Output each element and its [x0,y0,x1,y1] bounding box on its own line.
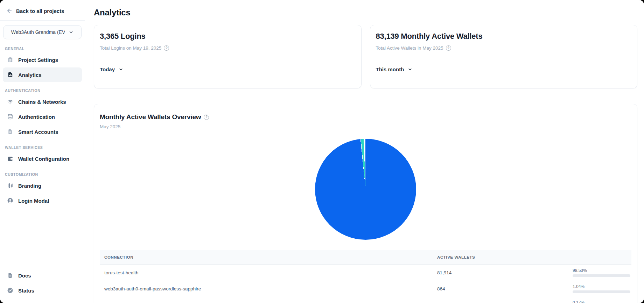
section-label-authentication: AUTHENTICATION [5,88,85,93]
mau-pie-chart[interactable] [315,139,416,240]
sidebar-footer: Docs Status [0,264,85,303]
share-percent-label: 98.53% [573,268,631,273]
sidebar-item-label: Login Modal [18,198,49,204]
logins-range-dropdown[interactable]: Today [100,66,123,72]
check-circle-icon [7,287,14,294]
nav-wallet-services: Wallet Configuration [0,151,85,166]
table-row[interactable]: web3auth-auth0-email-passwordless-sapphi… [100,281,631,297]
section-label-wallet-services: WALLET SERVICES [5,145,85,150]
overview-title: Monthly Active Wallets Overview [100,113,201,121]
help-circle-icon[interactable]: ? [164,45,169,51]
back-to-projects-label: Back to all projects [16,8,64,14]
bar-chart-icon [7,71,14,78]
logins-stat-card: 3,365 Logins Total Logins on May 19, 202… [94,25,362,88]
share-percent-label: 0.17% [573,300,631,303]
database-icon [7,113,14,120]
help-circle-icon[interactable]: ? [446,45,451,51]
sidebar-item-smart-accounts[interactable]: Smart Accounts [3,124,82,139]
sidebar-item-label: Branding [18,183,41,189]
clipboard-icon [7,56,14,63]
share-percent-label: 1.04% [573,284,631,289]
maw-stat-value: 83,139 Monthly Active Wallets [376,32,632,41]
wallet-icon [7,155,14,162]
app-window: Back to all projects Web3Auth Grandma (E… [0,0,644,303]
sidebar-item-label: Wallet Configuration [18,156,69,162]
sidebar-item-label: Status [18,288,34,294]
logins-stat-value: 3,365 Logins [100,32,356,41]
sidebar-item-analytics[interactable]: Analytics [3,67,82,82]
chevron-down-icon [69,30,74,35]
overview-period: May 2025 [100,124,631,129]
share-progress-bar [573,290,630,293]
project-selector-value: Web3Auth Grandma (EV [11,29,65,35]
sidebar-divider [0,20,85,21]
maw-range-label: This month [376,66,404,72]
sidebar-item-authentication[interactable]: Authentication [3,109,82,124]
sidebar-item-chains-networks[interactable]: Chains & Networks [3,94,82,109]
column-header-active-wallets: ACTIVE WALLETS [437,255,573,259]
main-content: Analytics 3,365 Logins Total Logins on M… [85,0,644,303]
sidebar-item-login-modal[interactable]: Login Modal [3,193,82,208]
stat-cards-row: 3,365 Logins Total Logins on May 19, 202… [94,25,637,88]
doc-icon [7,272,14,279]
maw-stat-subtitle: Total Active Wallets in May 2025 [376,45,443,51]
page-title: Analytics [94,8,637,17]
share-progress-bar [573,274,630,277]
nav-customization: Branding Login Modal [0,178,85,208]
sidebar-item-status[interactable]: Status [3,283,82,298]
active-wallets-value: 864 [437,286,573,291]
sidebar-item-label: Project Settings [18,57,58,63]
stat-card-divider [376,56,632,56]
table-row[interactable]: web3auth-google-sapphire 145 0.17% [100,297,631,303]
sidebar-item-wallet-configuration[interactable]: Wallet Configuration [3,151,82,166]
help-circle-icon[interactable]: ? [204,115,209,120]
nav-authentication: Chains & Networks Authentication Smart A… [0,94,85,139]
column-header-connection: CONNECTION [104,255,437,259]
wifi-icon [7,98,14,105]
sidebar-item-label: Docs [18,273,31,279]
section-label-customization: CUSTOMIZATION [5,172,85,176]
sidebar-item-label: Authentication [18,114,55,120]
logins-stat-subtitle: Total Logins on May 19, 2025 [100,45,161,51]
sidebar-item-label: Smart Accounts [18,129,58,135]
logins-range-label: Today [100,66,115,72]
maw-stat-card: 83,139 Monthly Active Wallets Total Acti… [370,25,638,88]
arrow-left-icon [6,8,13,14]
section-label-general: GENERAL [5,46,85,51]
user-circle-icon [7,197,14,204]
stat-card-divider [100,56,356,56]
file-icon [7,128,14,135]
maw-overview-card: Monthly Active Wallets Overview ? May 20… [94,104,637,303]
back-to-projects-link[interactable]: Back to all projects [0,0,85,20]
connections-table: CONNECTION ACTIVE WALLETS torus-test-hea… [100,250,631,303]
connection-name: web3auth-auth0-email-passwordless-sapphi… [104,286,437,291]
nav-general: Project Settings Analytics [0,52,85,82]
active-wallets-value: 81,914 [437,270,573,275]
table-header-row: CONNECTION ACTIVE WALLETS [100,250,631,265]
table-row[interactable]: torus-test-health 81,914 98.53% [100,265,631,281]
sidebar-item-project-settings[interactable]: Project Settings [3,52,82,67]
sidebar-item-label: Analytics [18,72,42,78]
project-selector-dropdown[interactable]: Web3Auth Grandma (EV [3,25,82,39]
sidebar-item-branding[interactable]: Branding [3,178,82,193]
nav-footer: Docs Status [0,264,85,303]
brush-icon [7,182,14,189]
sidebar: Back to all projects Web3Auth Grandma (E… [0,0,85,303]
sidebar-item-docs[interactable]: Docs [3,268,82,283]
sidebar-item-label: Chains & Networks [18,99,66,105]
maw-range-dropdown[interactable]: This month [376,66,413,72]
chevron-down-icon [119,67,123,72]
chevron-down-icon [408,67,412,72]
connection-name: torus-test-health [104,270,437,275]
